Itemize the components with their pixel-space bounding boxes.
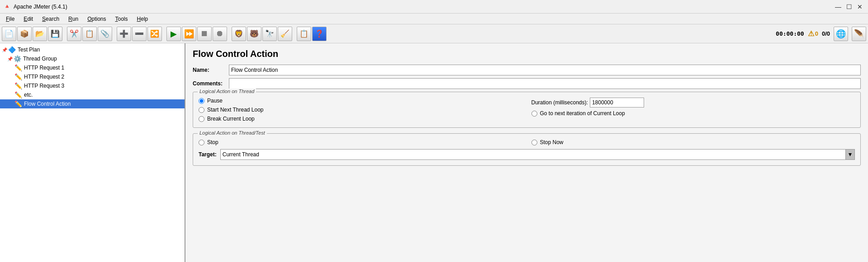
tree-icon-http-request-2: ✏️ [14, 73, 22, 80]
clear2-button[interactable]: 🧹 [278, 27, 292, 41]
target-dropdown-arrow-icon[interactable]: ▼ [845, 150, 854, 159]
menu-bar: File Edit Search Run Options Tools Help [0, 14, 868, 24]
stop-now-radio[interactable] [531, 140, 537, 145]
duration-row: Duration (milliseconds): [531, 98, 855, 108]
comments-label: Comments: [193, 80, 229, 87]
menu-edit[interactable]: Edit [19, 14, 37, 23]
logical-test-group: Logical Action on Thread/Test Stop Stop … [193, 133, 861, 166]
feather-button[interactable]: 🪶 [852, 27, 866, 41]
warning-count: 0 [815, 30, 818, 37]
name-label: Name: [193, 67, 229, 73]
save-button[interactable]: 💾 [48, 27, 62, 41]
toolbar-separator-4 [228, 27, 231, 41]
go-to-next-label[interactable]: Go to next iteration of Current Loop [540, 110, 625, 117]
maximize-button[interactable]: ☐ [844, 2, 854, 11]
comments-input[interactable] [229, 78, 861, 89]
app-icon: 🔺 [4, 3, 11, 10]
panel-title: Flow Control Action [193, 49, 861, 59]
menu-run[interactable]: Run [64, 14, 82, 23]
tree-icon-thread-group: ⚙️ [14, 55, 21, 62]
stop-radio[interactable] [199, 140, 204, 145]
tree-icon-flow-control-action: ✏️ [14, 100, 22, 108]
break-current-loop-label[interactable]: Break Current Loop [207, 116, 255, 122]
sidebar-item-test-plan[interactable]: 📌 🔷 Test Plan [0, 45, 185, 54]
logical-thread-group-title: Logical Action on Thread [198, 89, 256, 94]
sidebar-item-http-request-3[interactable]: ✏️ HTTP Request 3 [0, 81, 185, 90]
copy-button[interactable]: 📋 [82, 27, 97, 41]
toolbar-separator-3 [163, 27, 166, 41]
new-button[interactable]: 📄 [2, 27, 16, 41]
go-to-next-radio-row: Go to next iteration of Current Loop [531, 110, 855, 117]
stop-now-label[interactable]: Stop Now [540, 139, 564, 145]
start-no-pause-button[interactable]: ⏩ [182, 27, 196, 41]
clear-button[interactable]: 🔀 [147, 27, 162, 41]
main-layout: 📌 🔷 Test Plan 📌 ⚙️ Thread Group ✏️ HTTP … [0, 43, 868, 262]
sidebar-item-http-request-2[interactable]: ✏️ HTTP Request 2 [0, 72, 185, 81]
toolbar-separator-2 [113, 27, 116, 41]
remote-start-button[interactable]: 🌐 [834, 27, 848, 41]
sidebar-item-etc[interactable]: ✏️ etc. [0, 90, 185, 99]
open-templates-button[interactable]: 📦 [17, 27, 32, 41]
target-label: Target: [199, 151, 217, 158]
comments-row: Comments: [193, 78, 861, 89]
stop-radio-row: Stop [199, 139, 522, 145]
help-button[interactable]: ❓ [312, 27, 327, 41]
close-button[interactable]: ✕ [855, 2, 864, 11]
script-button[interactable]: 🦁 [232, 27, 246, 41]
content-panel: Flow Control Action Name: Comments: Logi… [185, 43, 868, 262]
title-bar-controls: — ☐ ✕ [834, 2, 864, 11]
tree-label-http-request-3: HTTP Request 3 [24, 83, 64, 89]
timer-display: 00:00:00 [776, 30, 804, 37]
duration-input[interactable] [590, 98, 644, 108]
sidebar-item-thread-group[interactable]: 📌 ⚙️ Thread Group [0, 54, 185, 63]
pause-radio-row: Pause [199, 98, 522, 104]
tree-icon-http-request-1: ✏️ [14, 64, 22, 71]
add-button[interactable]: ➕ [117, 27, 131, 41]
minimize-button[interactable]: — [834, 2, 843, 11]
list-button[interactable]: 📋 [297, 27, 311, 41]
warning-badge: ⚠ 0 [808, 29, 818, 38]
stop-button[interactable]: ⏹ [197, 27, 212, 41]
toolbar-separator-1 [63, 27, 66, 41]
name-input[interactable] [229, 65, 861, 75]
menu-search[interactable]: Search [38, 14, 63, 23]
logical-thread-right: Duration (milliseconds): Go to next iter… [531, 98, 855, 122]
sidebar-item-http-request-1[interactable]: ✏️ HTTP Request 1 [0, 63, 185, 72]
menu-options[interactable]: Options [83, 14, 110, 23]
target-row: Target: Current Thread All Threads ▼ [199, 149, 855, 160]
title-bar-left: 🔺 Apache JMeter (5.4.1) [4, 3, 67, 10]
break-current-loop-radio[interactable] [199, 116, 204, 122]
paste-button[interactable]: 📎 [98, 27, 112, 41]
tree-label-etc: etc. [24, 92, 33, 98]
stop-label[interactable]: Stop [207, 139, 218, 145]
start-next-thread-loop-label[interactable]: Start Next Thread Loop [207, 107, 264, 113]
toolbar: 📄 📦 📂 💾 ✂️ 📋 📎 ➕ ➖ 🔀 ▶ ⏩ ⏹ ⏺ 🦁 🐻 🔭 🧹 📋 ❓… [0, 24, 868, 43]
app-title: Apache JMeter (5.4.1) [14, 4, 67, 10]
logical-test-stop-wrapper: Stop [199, 139, 522, 145]
pause-radio[interactable] [199, 98, 204, 104]
tree-icon-etc: ✏️ [14, 91, 22, 98]
menu-tools[interactable]: Tools [111, 14, 132, 23]
aggregate-button[interactable]: 🐻 [247, 27, 261, 41]
menu-help[interactable]: Help [133, 14, 152, 23]
cut-button[interactable]: ✂️ [67, 27, 81, 41]
logical-thread-group: Logical Action on Thread Pause Start Nex… [193, 92, 861, 128]
start-button[interactable]: ▶ [166, 27, 181, 41]
toolbar-separator-5 [293, 27, 296, 41]
sidebar-item-flow-control-action[interactable]: ✏️ Flow Control Action [0, 99, 185, 108]
search2-button[interactable]: 🔭 [262, 27, 277, 41]
tree-label-http-request-1: HTTP Request 1 [24, 65, 64, 71]
shutdown-button[interactable]: ⏺ [213, 27, 227, 41]
target-select-wrapper[interactable]: Current Thread All Threads ▼ [220, 149, 855, 160]
pause-label[interactable]: Pause [207, 98, 223, 104]
remove-button[interactable]: ➖ [132, 27, 147, 41]
open-button[interactable]: 📂 [33, 27, 47, 41]
start-next-thread-loop-radio[interactable] [199, 107, 204, 113]
go-to-next-radio[interactable] [531, 111, 537, 117]
name-row: Name: [193, 65, 861, 75]
target-select[interactable]: Current Thread All Threads [221, 150, 845, 159]
sidebar: 📌 🔷 Test Plan 📌 ⚙️ Thread Group ✏️ HTTP … [0, 43, 185, 262]
pin-icon-thread-group: 📌 [7, 56, 13, 61]
menu-file[interactable]: File [2, 14, 19, 23]
start-next-thread-loop-radio-row: Start Next Thread Loop [199, 107, 522, 113]
